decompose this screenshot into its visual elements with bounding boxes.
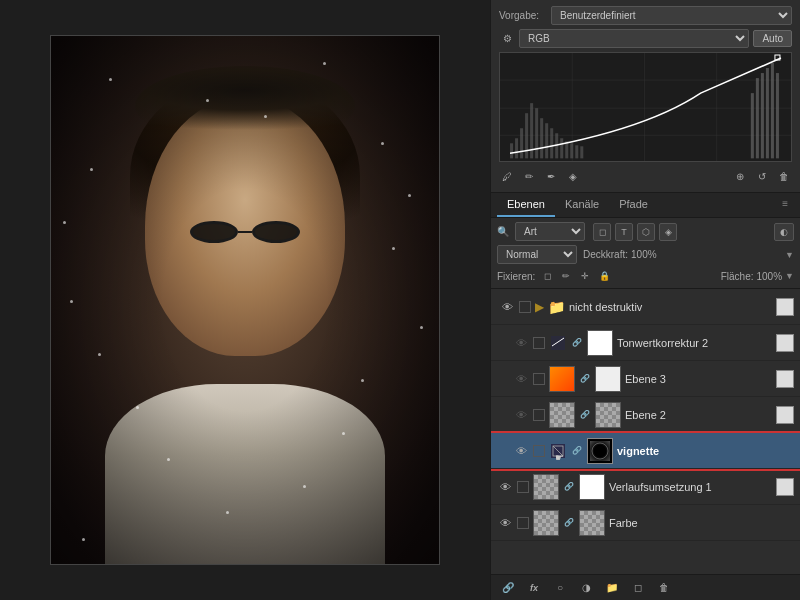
eyedropper-dark-icon[interactable]: 🖊: [499, 168, 515, 184]
filter-pixel-icon[interactable]: ◻: [593, 223, 611, 241]
layer-vis-tonwert[interactable]: 👁: [513, 335, 529, 351]
layer-vis-farbe[interactable]: 👁: [497, 515, 513, 531]
filter-smart-icon[interactable]: ◈: [659, 223, 677, 241]
layer-ebene2[interactable]: 👁 🔗 Ebene 2: [491, 397, 800, 433]
layer-checkbox-ebene2[interactable]: [533, 409, 545, 421]
flaeche-arrow-icon[interactable]: ▼: [785, 271, 794, 281]
panel-options-icon[interactable]: ≡: [776, 193, 794, 217]
filter-toggle-icon[interactable]: ◐: [774, 223, 794, 241]
layer-name-tonwert: Tonwertkorrektur 2: [617, 337, 772, 349]
layer-mask-verlauf: [579, 474, 605, 500]
svg-rect-8: [520, 128, 523, 158]
eyedropper-mid-icon[interactable]: ✏: [521, 168, 537, 184]
vignette-overlay: [51, 36, 439, 564]
layer-checkbox-verlauf[interactable]: [517, 481, 529, 493]
lock-pixels-icon[interactable]: ✏: [558, 268, 574, 284]
blend-opacity-row: Normal Deckkraft: 100% ▼: [497, 245, 794, 264]
layer-checkbox-ebene3[interactable]: [533, 373, 545, 385]
new-layer-icon[interactable]: ◻: [629, 579, 647, 597]
filter-text-icon[interactable]: T: [615, 223, 633, 241]
link-layers-icon[interactable]: 🔗: [499, 579, 517, 597]
curves-icon: ⚙: [499, 31, 515, 47]
layers-bottom-toolbar: 🔗 fx ○ ◑ 📁 ◻ 🗑: [491, 574, 800, 600]
layer-checkbox-group[interactable]: [519, 301, 531, 313]
layer-extra-ebene2: [776, 406, 794, 424]
layer-verlauf[interactable]: 👁 🔗 Verlaufsumsetzung 1: [491, 469, 800, 505]
svg-rect-22: [756, 78, 759, 158]
hand-icon[interactable]: ↺: [754, 168, 770, 184]
filter-shape-icon[interactable]: ⬡: [637, 223, 655, 241]
svg-rect-32: [588, 439, 612, 463]
svg-rect-7: [515, 138, 518, 158]
layer-name-ebene2: Ebene 2: [625, 409, 772, 421]
curves-graph: [499, 52, 792, 162]
layer-vis-ebene3[interactable]: 👁: [513, 371, 529, 387]
layer-checkbox-vignette[interactable]: [533, 445, 545, 457]
svg-rect-24: [766, 68, 769, 158]
layer-name-ebene3: Ebene 3: [625, 373, 772, 385]
svg-rect-11: [535, 108, 538, 158]
layer-thumb-ebene2: [549, 402, 575, 428]
eye-icon-vignette: 👁: [516, 445, 527, 457]
target-icon[interactable]: ⊕: [732, 168, 748, 184]
flaeche-label: Fläche:: [721, 271, 754, 282]
svg-rect-12: [540, 118, 543, 158]
svg-point-33: [592, 443, 608, 459]
curves-panel: Vorgabe: Benutzerdefiniert ⚙ RGB Auto: [491, 0, 800, 193]
lock-all-icon[interactable]: 🔒: [596, 268, 612, 284]
eye-hidden-tonwert: 👁: [516, 337, 527, 349]
flaeche-value: 100%: [757, 271, 783, 282]
layer-vignette[interactable]: 👁 🔗 vignette ☛: [491, 433, 800, 469]
layer-name-group: nicht destruktiv: [569, 301, 772, 313]
channel-select[interactable]: RGB: [519, 29, 749, 48]
new-group-icon[interactable]: 📁: [603, 579, 621, 597]
trash-curves-icon[interactable]: 🗑: [776, 168, 792, 184]
fx-icon[interactable]: fx: [525, 579, 543, 597]
lock-row: Fixieren: ◻ ✏ ✛ 🔒 Fläche: 100% ▼: [497, 268, 794, 284]
layer-thumb-verlauf: [533, 474, 559, 500]
opacity-arrow-icon[interactable]: ▼: [785, 250, 794, 260]
search-icon: 🔍: [497, 226, 509, 237]
layer-group-nicht-destruktiv[interactable]: 👁 ▶ 📁 nicht destruktiv: [491, 289, 800, 325]
tab-channels[interactable]: Kanäle: [555, 193, 609, 217]
curves-svg: [500, 53, 791, 162]
layer-link-verlauf: 🔗: [563, 481, 575, 493]
layers-controls: 🔍 Art ◻ T ⬡ ◈ ◐ Normal Deckkraft: 100% ▼: [491, 218, 800, 289]
blend-mode-select[interactable]: Normal: [497, 245, 577, 264]
layer-extra-verlauf: [776, 478, 794, 496]
svg-rect-13: [545, 123, 548, 158]
eyedropper-light-icon[interactable]: ✒: [543, 168, 559, 184]
delete-layer-icon[interactable]: 🗑: [655, 579, 673, 597]
svg-rect-14: [550, 128, 553, 158]
layer-ebene3[interactable]: 👁 🔗 Ebene 3: [491, 361, 800, 397]
layer-link-vignette: 🔗: [571, 445, 583, 457]
filter-type-select[interactable]: Art: [515, 222, 585, 241]
layer-vis-vignette[interactable]: 👁: [513, 443, 529, 459]
tab-paths[interactable]: Pfade: [609, 193, 658, 217]
layer-checkbox-tonwert[interactable]: [533, 337, 545, 349]
right-panel: Vorgabe: Benutzerdefiniert ⚙ RGB Auto: [490, 0, 800, 600]
cursor-icon: ☛: [555, 452, 569, 466]
sample-icon[interactable]: ◈: [565, 168, 581, 184]
layer-vis-ebene2[interactable]: 👁: [513, 407, 529, 423]
layer-vis-verlauf[interactable]: 👁: [497, 479, 513, 495]
eye-icon-verlauf: 👁: [500, 481, 511, 493]
layer-mask-group: [776, 298, 794, 316]
folder-icon-group: ▶: [535, 300, 544, 314]
new-adjustment-icon[interactable]: ◑: [577, 579, 595, 597]
layer-name-farbe: Farbe: [609, 517, 794, 529]
tab-layers[interactable]: Ebenen: [497, 193, 555, 217]
add-mask-icon[interactable]: ○: [551, 579, 569, 597]
layer-farbe[interactable]: 👁 🔗 Farbe: [491, 505, 800, 541]
lock-position-icon[interactable]: ✛: [577, 268, 593, 284]
lock-transparent-icon[interactable]: ◻: [539, 268, 555, 284]
auto-button[interactable]: Auto: [753, 30, 792, 47]
svg-rect-16: [560, 138, 563, 158]
layer-name-verlauf: Verlaufsumsetzung 1: [609, 481, 772, 493]
preset-select[interactable]: Benutzerdefiniert: [551, 6, 792, 25]
svg-rect-23: [761, 73, 764, 158]
canvas-area: [0, 0, 490, 600]
layer-checkbox-farbe[interactable]: [517, 517, 529, 529]
layer-vis-group[interactable]: 👁: [499, 299, 515, 315]
layer-tonwert[interactable]: 👁 🔗 Tonwertkorrektur 2: [491, 325, 800, 361]
